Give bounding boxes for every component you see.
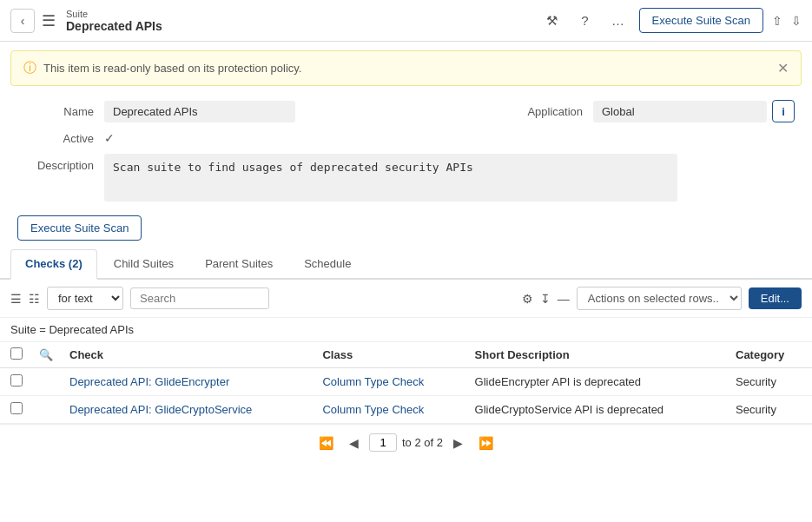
data-table: 🔍 Check Class Short Description Category… xyxy=(0,342,812,424)
pagination: ⏪ ◀ to 2 of 2 ▶ ⏩ xyxy=(0,424,812,460)
tab-checks-label: Checks (2) xyxy=(25,257,83,270)
select-all-checkbox[interactable] xyxy=(10,347,23,360)
banner-close-icon[interactable]: ✕ xyxy=(777,60,789,76)
application-label: Application xyxy=(527,105,593,118)
actions-select[interactable]: Actions on selected rows... xyxy=(577,287,742,310)
hamburger-icon[interactable]: ☰ xyxy=(10,292,22,306)
col-category-header: Category xyxy=(725,342,812,368)
tab-child-suites[interactable]: Child Suites xyxy=(99,249,188,278)
page-first-button[interactable]: ⏪ xyxy=(314,434,339,452)
more-options-icon[interactable]: … xyxy=(606,9,630,33)
down-arrow-icon[interactable]: ⇩ xyxy=(791,14,802,28)
table-toolbar: ☰ ☷ for text for field for value ⚙ ↧ — A… xyxy=(0,280,812,318)
page-prev-button[interactable]: ◀ xyxy=(344,434,364,452)
download-icon[interactable]: ↧ xyxy=(540,292,551,306)
suite-name: Deprecated APIs xyxy=(66,19,540,33)
header-actions: ⚒ ? … Execute Suite Scan ⇧ ⇩ xyxy=(540,8,802,33)
row1-short-desc-cell: GlideEncrypter API is deprecated xyxy=(465,368,725,396)
row1-check-link[interactable]: Deprecated API: GlideEncrypter xyxy=(69,375,229,388)
description-textarea[interactable]: Scan suite to find usages of deprecated … xyxy=(104,154,677,202)
col-search-header: 🔍 xyxy=(33,342,59,368)
suite-label: Suite xyxy=(66,9,540,19)
row2-class-link[interactable]: Column Type Check xyxy=(322,403,424,416)
row2-check-link[interactable]: Deprecated API: GlideCryptoService xyxy=(69,403,252,416)
filter-row-text: Suite = Deprecated APIs xyxy=(10,323,134,336)
tab-checks[interactable]: Checks (2) xyxy=(10,249,97,280)
banner-info-icon: ⓘ xyxy=(23,60,36,76)
search-input[interactable] xyxy=(130,287,269,309)
row2-class-cell: Column Type Check xyxy=(312,396,464,424)
tab-parent-suites[interactable]: Parent Suites xyxy=(190,249,287,278)
back-icon: ‹ xyxy=(21,14,25,28)
page-text: to 2 of 2 xyxy=(402,436,443,449)
row1-class-cell: Column Type Check xyxy=(312,368,464,396)
row1-check-cell: Deprecated API: GlideEncrypter xyxy=(59,368,312,396)
active-checkmark-icon: ✓ xyxy=(104,131,115,145)
col-class-header: Class xyxy=(312,342,464,368)
col-check-header: Check xyxy=(59,342,312,368)
description-label: Description xyxy=(17,154,104,172)
tab-schedule[interactable]: Schedule xyxy=(289,249,366,278)
active-label: Active xyxy=(17,132,104,145)
name-row: Name Application i xyxy=(17,100,795,122)
row2-checkbox-cell xyxy=(0,396,33,424)
description-row: Description Scan suite to find usages of… xyxy=(17,154,795,202)
readonly-banner: ⓘ This item is read-only based on its pr… xyxy=(10,50,802,86)
page-next-button[interactable]: ▶ xyxy=(448,434,468,452)
help-icon[interactable]: ? xyxy=(573,9,597,33)
row1-class-link[interactable]: Column Type Check xyxy=(322,375,424,388)
execute-suite-scan-main-button[interactable]: Execute Suite Scan xyxy=(17,215,142,241)
edit-button[interactable]: Edit... xyxy=(749,287,802,309)
header-title-block: Suite Deprecated APIs xyxy=(66,9,540,33)
banner-text: This item is read-only based on its prot… xyxy=(43,62,770,75)
row1-checkbox-cell xyxy=(0,368,33,396)
header: ‹ ☰ Suite Deprecated APIs ⚒ ? … Execute … xyxy=(0,0,812,42)
table-search-icon[interactable]: 🔍 xyxy=(39,348,53,361)
tabs-bar: Checks (2) Child Suites Parent Suites Sc… xyxy=(0,249,812,280)
execute-section: Execute Suite Scan xyxy=(0,214,812,249)
table-row: Deprecated API: GlideEncrypter Column Ty… xyxy=(0,368,812,396)
row1-checkbox[interactable] xyxy=(10,374,23,387)
application-info-button[interactable]: i xyxy=(772,100,795,122)
col-short-desc-header: Short Description xyxy=(465,342,725,368)
execute-suite-scan-button[interactable]: Execute Suite Scan xyxy=(639,8,763,33)
table-row: Deprecated API: GlideCryptoService Colum… xyxy=(0,396,812,424)
row2-category-cell: Security xyxy=(725,396,812,424)
page-last-button[interactable]: ⏩ xyxy=(473,434,498,452)
filter-icon[interactable]: ☷ xyxy=(29,292,40,306)
row1-category-cell: Security xyxy=(725,368,812,396)
form-section: Name Application i Active ✓ Description … xyxy=(0,95,812,214)
tab-child-suites-label: Child Suites xyxy=(114,257,174,270)
active-row: Active ✓ xyxy=(17,131,795,145)
row2-check-cell: Deprecated API: GlideCryptoService xyxy=(59,396,312,424)
page-number-input[interactable] xyxy=(369,433,397,452)
tab-parent-suites-label: Parent Suites xyxy=(205,257,273,270)
tab-schedule-label: Schedule xyxy=(304,257,351,270)
row2-search-cell xyxy=(33,396,59,424)
col-checkbox-header xyxy=(0,342,33,368)
back-button[interactable]: ‹ xyxy=(10,9,35,33)
application-input[interactable] xyxy=(593,101,767,122)
menu-icon[interactable]: ☰ xyxy=(42,11,56,30)
settings-gear-icon[interactable]: ⚙ xyxy=(522,292,533,306)
row2-checkbox[interactable] xyxy=(10,402,23,414)
up-arrow-icon[interactable]: ⇧ xyxy=(772,14,782,28)
filter-row: Suite = Deprecated APIs xyxy=(0,318,812,342)
filter-settings-icon[interactable]: ⚒ xyxy=(540,9,564,33)
dash-icon[interactable]: — xyxy=(558,292,570,306)
filter-type-select[interactable]: for text for field for value xyxy=(47,287,123,310)
row2-short-desc-cell: GlideCryptoService API is deprecated xyxy=(465,396,725,424)
name-input[interactable] xyxy=(104,101,295,122)
name-label: Name xyxy=(17,105,104,118)
row1-search-cell xyxy=(33,368,59,396)
